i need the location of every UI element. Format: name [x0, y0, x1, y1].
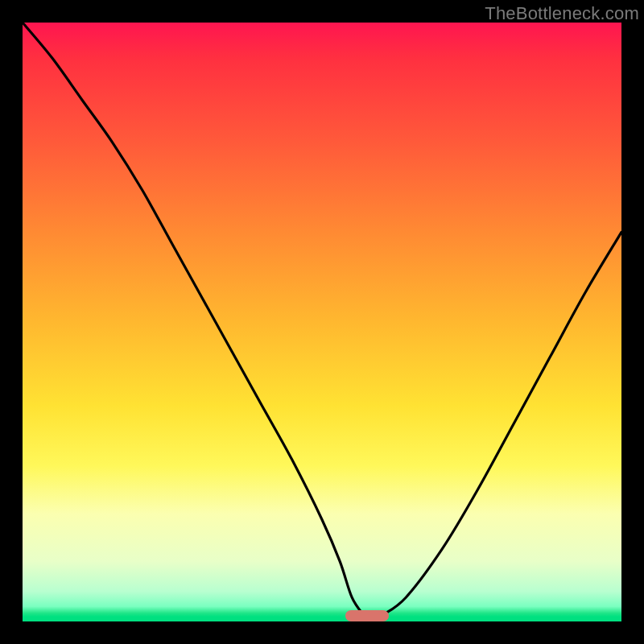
bottleneck-curve: [23, 23, 621, 621]
watermark-text: TheBottleneck.com: [485, 3, 639, 24]
chart-frame: [23, 23, 621, 621]
optimal-marker: [345, 610, 389, 621]
